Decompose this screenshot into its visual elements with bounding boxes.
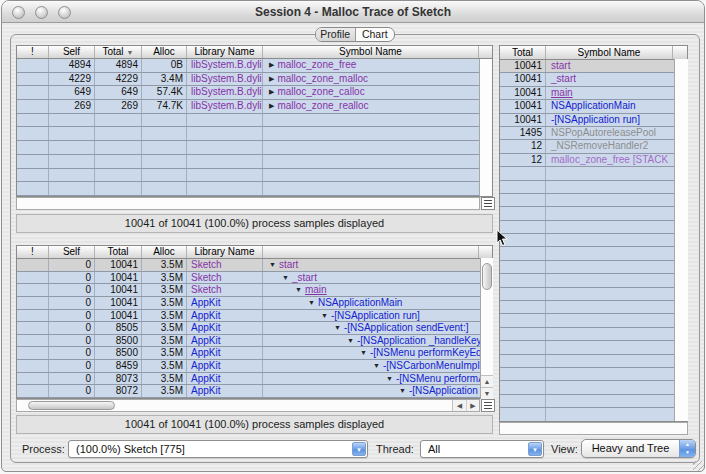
table-row[interactable]	[500, 274, 687, 287]
table-row[interactable]: 0100413.5MAppKit▼-[NSApplication run]	[17, 310, 492, 323]
resize-grip[interactable]	[693, 461, 705, 472]
column-header-![interactable]: !	[17, 46, 49, 58]
table-row[interactable]: 489448940BlibSystem.B.dylib▶malloc_zone_…	[17, 59, 492, 73]
bottom-table-horizontal-scrollbar[interactable]: ◀ ▶	[16, 399, 480, 412]
table-row[interactable]: 080733.5MAppKit▼-[NSMenu performActionFo…	[17, 373, 492, 386]
table-row[interactable]: 085053.5MAppKit▼-[NSApplication sendEven…	[17, 322, 492, 335]
table-row[interactable]	[500, 328, 687, 341]
table-row[interactable]: 10041_start	[500, 73, 687, 86]
column-header-Total[interactable]: Total	[95, 246, 142, 258]
disclosure-expanded-icon[interactable]: ▼	[308, 299, 315, 306]
column-header-![interactable]: !	[17, 246, 49, 258]
table-row[interactable]: 0100413.5MAppKit▼NSApplicationMain	[17, 297, 492, 310]
column-header-Library Name[interactable]: Library Name	[187, 246, 263, 258]
thread-dropdown-arrow-icon[interactable]: ▼	[528, 442, 542, 456]
column-header-Symbol Name[interactable]: Symbol Name	[263, 46, 479, 58]
table-row[interactable]: 64964957.4KlibSystem.B.dylib▶malloc_zone…	[17, 86, 492, 100]
table-row[interactable]	[500, 261, 687, 274]
table-row[interactable]: 0100413.5MSketch▼start	[17, 259, 492, 272]
horizontal-scrollbar-thumb[interactable]	[28, 401, 115, 410]
table-row[interactable]	[500, 395, 687, 408]
disclosure-expanded-icon[interactable]: ▼	[360, 349, 367, 356]
table-row[interactable]: 080723.5MAppKit▼-[NSApplication sendActi…	[17, 385, 492, 398]
table-row[interactable]	[500, 288, 687, 301]
table-row[interactable]	[17, 127, 492, 141]
table-row[interactable]: 12_NSRemoveHandler2	[500, 140, 687, 153]
table-row[interactable]	[17, 182, 492, 196]
table-row[interactable]	[500, 301, 687, 314]
table-row[interactable]: 1495NSPopAutoreleasePool	[500, 127, 687, 140]
tab-chart[interactable]: Chart	[355, 28, 395, 41]
disclosure-expanded-icon[interactable]: ▼	[334, 324, 341, 331]
table-row[interactable]	[17, 169, 492, 183]
column-header-Symbol Name[interactable]: Symbol Name	[546, 46, 673, 59]
table-row[interactable]	[17, 141, 492, 155]
table-row[interactable]	[500, 167, 687, 180]
view-popup-button[interactable]: Heavy and Tree ▲▼	[581, 439, 696, 458]
table-row[interactable]	[500, 234, 687, 247]
disclosure-expanded-icon[interactable]: ▼	[295, 286, 302, 293]
table-row[interactable]	[500, 207, 687, 220]
table-row[interactable]: 10041start	[500, 60, 687, 73]
table-row[interactable]: 26926974.7KlibSystem.B.dylib▶malloc_zone…	[17, 100, 492, 114]
disclosure-expanded-icon[interactable]: ▼	[373, 362, 380, 369]
bottom-table-list-view-button[interactable]	[481, 399, 495, 412]
column-header-Library Name[interactable]: Library Name	[187, 46, 263, 58]
table-row[interactable]	[500, 368, 687, 381]
vertical-scrollbar-thumb[interactable]	[482, 263, 492, 290]
top-table-horizontal-scrollbar[interactable]	[16, 197, 480, 210]
disclosure-expanded-icon[interactable]: ▼	[399, 387, 406, 394]
right-table-horizontal-scrollbar[interactable]	[499, 422, 688, 435]
table-row[interactable]	[500, 194, 687, 207]
table-row[interactable]: 0100413.5MSketch▼_start	[17, 272, 492, 285]
table-row[interactable]	[500, 341, 687, 354]
process-combobox[interactable]: (100.0%) Sketch [775] ▼	[68, 440, 368, 458]
disclosure-expanded-icon[interactable]: ▼	[321, 312, 328, 319]
table-row[interactable]: 10041-[NSApplication run]	[500, 114, 687, 127]
thread-combobox[interactable]: All ▼	[420, 440, 544, 458]
scroll-up-arrow[interactable]: ▲	[481, 375, 493, 387]
table-row[interactable]: 10041NSApplicationMain	[500, 100, 687, 113]
tab-profile[interactable]: Profile	[316, 28, 355, 41]
disclosure-expanded-icon[interactable]: ▼	[347, 337, 354, 344]
table-row[interactable]: 12malloc_zone_free [STACK	[500, 154, 687, 167]
popup-stepper-icon[interactable]: ▲▼	[679, 440, 695, 457]
column-header-symbol[interactable]	[263, 246, 479, 258]
table-row[interactable]: 085003.5MAppKit▼-[NSMenu performKeyEquiv…	[17, 347, 492, 360]
table-row[interactable]	[500, 221, 687, 234]
disclosure-expanded-icon[interactable]: ▼	[282, 274, 289, 281]
scroll-left-arrow[interactable]: ◀	[453, 400, 466, 411]
table-row[interactable]: 0100413.5MSketch▼main	[17, 284, 492, 297]
column-header-Total[interactable]: Total▼	[95, 46, 142, 58]
column-header-Alloc[interactable]: Alloc	[142, 46, 187, 58]
table-row[interactable]	[17, 114, 492, 128]
process-dropdown-arrow-icon[interactable]: ▼	[352, 442, 366, 456]
table-row[interactable]	[17, 155, 492, 169]
bottom-table-vertical-scrollbar[interactable]: ▲ ▼	[480, 258, 493, 399]
disclosure-collapsed-icon[interactable]: ▶	[269, 75, 274, 82]
titlebar[interactable]: Session 4 - Malloc Trace of Sketch	[2, 1, 704, 23]
table-row[interactable]	[500, 314, 687, 327]
column-header-Alloc[interactable]: Alloc	[142, 246, 187, 258]
table-row[interactable]: 085003.5MAppKit▼-[NSApplication _handleK…	[17, 335, 492, 348]
column-header-Self[interactable]: Self	[49, 246, 95, 258]
table-row[interactable]	[500, 181, 687, 194]
table-row[interactable]	[500, 408, 687, 421]
disclosure-expanded-icon[interactable]: ▼	[269, 261, 276, 268]
disclosure-collapsed-icon[interactable]: ▶	[269, 102, 274, 109]
table-row[interactable]: 422942293.4MlibSystem.B.dylib▶malloc_zon…	[17, 73, 492, 87]
table-row[interactable]: 084593.5MAppKit▼-[NSCarbonMenuImpl perfo…	[17, 360, 492, 373]
table-row[interactable]	[500, 247, 687, 260]
right-table-vertical-scrollbar[interactable]	[674, 59, 688, 421]
table-row[interactable]: 10041main	[500, 87, 687, 100]
scroll-right-arrow[interactable]: ▶	[466, 400, 479, 411]
disclosure-collapsed-icon[interactable]: ▶	[269, 88, 274, 95]
top-table-vertical-scrollbar[interactable]	[479, 59, 492, 196]
column-header-Self[interactable]: Self	[49, 46, 95, 58]
column-header-Total[interactable]: Total	[500, 46, 546, 59]
top-table-list-view-button[interactable]	[481, 197, 495, 210]
scroll-down-arrow[interactable]: ▼	[481, 387, 493, 399]
disclosure-expanded-icon[interactable]: ▼	[386, 375, 393, 382]
table-row[interactable]	[500, 355, 687, 368]
disclosure-collapsed-icon[interactable]: ▶	[269, 61, 274, 68]
